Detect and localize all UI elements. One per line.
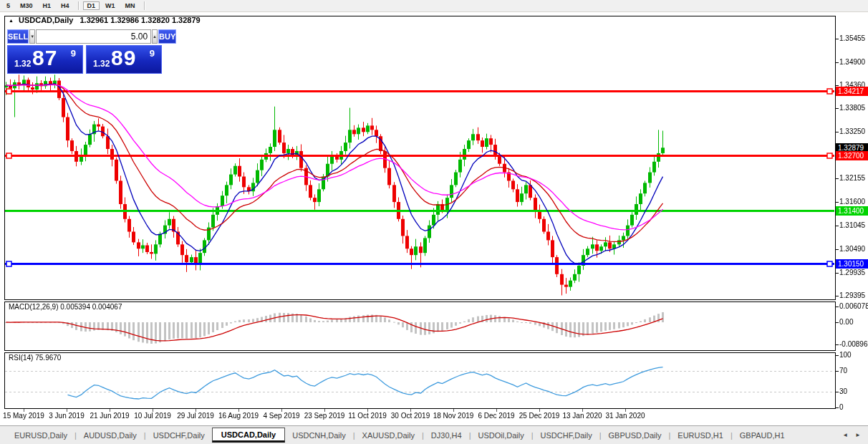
date-label: 3 Jun 2019 [49, 412, 85, 420]
period-button-M30[interactable]: M30 [16, 1, 37, 10]
collapse-arrow-icon[interactable]: ▲ [9, 18, 14, 23]
price-tick: 1.29935 [839, 269, 865, 276]
date-label: 15 May 2019 [3, 412, 44, 420]
price-tick: 1.31045 [839, 221, 865, 229]
rsi-tick: 30 [839, 387, 847, 395]
volume-increase-icon[interactable]: ▲ [152, 29, 158, 44]
ohlc-values: 1.32961 1.32986 1.32820 1.32879 [79, 16, 200, 24]
date-label: 4 Sep 2019 [263, 412, 299, 420]
volume-input[interactable] [36, 29, 151, 44]
sell-price-sup: 9 [71, 48, 76, 59]
tab-USDCHF,Daily[interactable]: USDCHF,Daily [534, 428, 599, 443]
date-label: 18 Nov 2019 [433, 412, 474, 420]
price-tick: 1.31600 [839, 198, 865, 206]
price-tick: 1.30490 [839, 245, 865, 253]
rsi-tick: 0 [839, 403, 844, 411]
period-button-W1[interactable]: W1 [101, 1, 120, 10]
sell-price-big: 87 [32, 46, 57, 70]
period-button-D1[interactable]: D1 [83, 1, 100, 10]
date-label: 30 Oct 2019 [391, 412, 430, 420]
tab-DJ30,H4[interactable]: DJ30,H4 [424, 428, 469, 443]
price-tick: 1.34900 [839, 58, 865, 66]
date-label: 16 Aug 2019 [218, 412, 259, 420]
date-label: 11 Oct 2019 [348, 412, 387, 420]
date-label: 25 Dec 2019 [519, 412, 560, 420]
macd-indicator-label: MACD(12,26,9) 0.005394 0.004067 [9, 303, 122, 311]
tab-XAUUSD,Daily[interactable]: XAUUSD,Daily [355, 428, 422, 443]
tab-USDCAD,Daily[interactable]: USDCAD,Daily [212, 428, 285, 443]
tab-EURUSD,H1[interactable]: EURUSD,H1 [670, 428, 730, 443]
tab-USDCNH,Daily[interactable]: USDCNH,Daily [285, 428, 353, 443]
timeframe-toolbar: 5M30H1H4D1W1MN [0, 0, 868, 12]
period-button-H4[interactable]: H4 [57, 1, 74, 10]
date-label: 13 Jan 2020 [562, 412, 602, 420]
hline-price-label: 1.31400 [836, 206, 868, 216]
volume-decrease-icon[interactable]: ▼ [29, 29, 35, 44]
hline-price-label: 1.34217 [836, 87, 868, 96]
price-tick: 1.33805 [839, 104, 865, 112]
rsi-tick: 100 [839, 351, 852, 359]
price-tick: 1.32155 [839, 174, 865, 182]
tab-USDOil,Daily[interactable]: USDOil,Daily [471, 428, 531, 443]
buy-price-sup: 9 [150, 48, 155, 59]
tab-GBPUSD,Daily[interactable]: GBPUSD,Daily [602, 428, 669, 443]
sell-button[interactable]: SELL [7, 29, 29, 44]
macd-tick: -0.008965 [839, 340, 868, 348]
date-label: 21 Jun 2019 [90, 412, 129, 420]
tab-USDCHF,Daily[interactable]: USDCHF,Daily [146, 428, 212, 443]
date-label: 10 Jul 2019 [134, 412, 171, 420]
date-label: 23 Sep 2019 [304, 412, 345, 420]
price-tick: 1.29395 [839, 291, 865, 299]
period-button-5[interactable]: 5 [2, 1, 14, 10]
date-label: 29 Jul 2019 [177, 412, 214, 420]
buy-price-base: 1.32 [93, 59, 110, 69]
toolbar-separator [78, 1, 79, 10]
date-label: 6 Dec 2019 [478, 412, 514, 420]
buy-button[interactable]: BUY [158, 29, 176, 44]
tab-EURUSD,Daily[interactable]: EURUSD,Daily [7, 428, 74, 443]
chart-title: ▲ USDCAD,Daily 1.32961 1.32986 1.32820 1… [9, 16, 201, 24]
buy-price-big: 89 [111, 46, 136, 70]
toolbar-separator [144, 1, 145, 10]
macd-tick: 0.006078 [839, 302, 868, 310]
tabs-scroll-left-icon[interactable]: ◄ [842, 432, 848, 438]
date-label: 31 Jan 2020 [605, 412, 645, 420]
sell-price-base: 1.32 [14, 59, 31, 69]
symbol-period-label: USDCAD,Daily [19, 16, 73, 24]
sell-price-box[interactable]: 1.32 87 9 [7, 45, 83, 74]
tab-GBPAUD,H1[interactable]: GBPAUD,H1 [733, 428, 792, 443]
hline-price-label: 1.30150 [836, 259, 868, 269]
period-button-MN[interactable]: MN [121, 1, 140, 10]
macd-tick: 0.00 [839, 318, 853, 326]
period-button-H1[interactable]: H1 [39, 1, 56, 10]
buy-price-box[interactable]: 1.32 89 9 [86, 45, 162, 74]
tabs-scroll-right-icon[interactable]: ► [855, 432, 861, 438]
rsi-tick: 70 [839, 367, 847, 375]
one-click-trading-panel: SELL ▼ ▲ BUY 1.32 87 9 1.32 89 9 [7, 29, 162, 74]
price-tick: 1.33250 [839, 127, 865, 135]
price-tick: 1.35455 [839, 34, 865, 42]
hline-price-label: 1.32700 [836, 151, 868, 160]
tab-AUDUSD,Daily[interactable]: AUDUSD,Daily [77, 428, 144, 443]
chart-tab-bar: EURUSD,Daily|AUDUSD,Daily|USDCHF,DailyUS… [0, 425, 868, 444]
rsi-indicator-label: RSI(14) 75.9670 [9, 354, 61, 362]
